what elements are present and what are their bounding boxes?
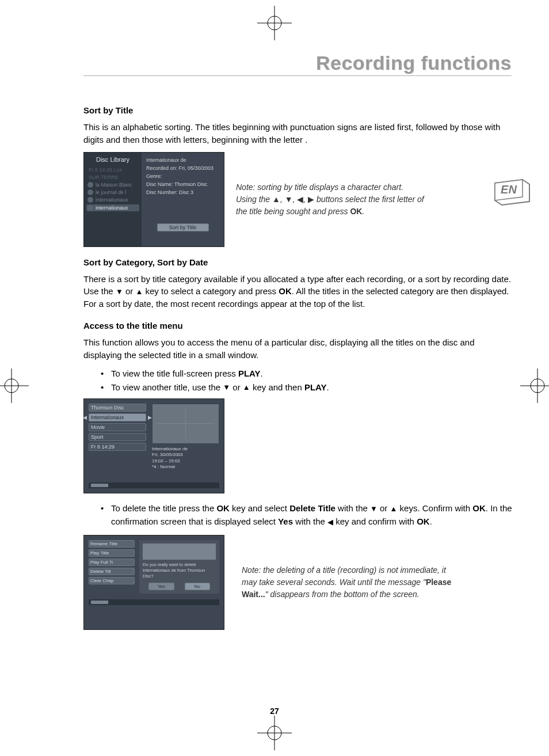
note1-ok: OK <box>350 207 362 216</box>
shot1-row-selected: internationaux <box>86 204 139 211</box>
shot2-item: Movie <box>89 423 146 431</box>
shot2-progress-bar <box>89 483 219 488</box>
arrow-left-icon: ◀ <box>327 516 333 528</box>
screenshot-disc-library: Disc Library Fr 6 14:29 Lux SUR TERRE la… <box>83 152 224 247</box>
s4-ok2: OK <box>472 503 486 513</box>
shot3-item: Delete Titl <box>89 568 135 575</box>
shot1-row: internationaux <box>86 197 139 203</box>
li1-a: To view the title full-screen press <box>111 368 238 378</box>
shot2-meta1: Internationaux de <box>152 446 219 452</box>
li1-b: PLAY <box>238 368 261 378</box>
shot2-meta4: *4 : Normal <box>152 464 219 470</box>
note2-a: Note: the deleting of a title (recording… <box>242 565 446 587</box>
sec2-b: or <box>123 286 136 296</box>
s4-ok3: OK <box>417 516 430 526</box>
screenshot-delete-confirm: Rename Title Play Title Play Full Ti Del… <box>83 535 224 630</box>
shot2-preview-image <box>152 404 219 444</box>
sec2-c: key to select a category and press <box>143 286 279 296</box>
shot1-info-title: Internationaux de <box>146 157 219 163</box>
shot2-meta2: Fri, 30/05/2003 <box>152 452 219 458</box>
shot1-row4-label: internationaux <box>96 205 128 211</box>
s4-i: . <box>430 516 432 526</box>
s4-g: with the <box>293 516 327 526</box>
note-sorting: Note: sorting by title displays a charac… <box>236 181 426 218</box>
li2-d: PLAY <box>304 382 327 392</box>
arrow-down-icon: ▼ <box>223 382 230 393</box>
arrow-right-icon: ▶ <box>308 195 314 204</box>
bullet-list-1: To view the title full-screen press PLAY… <box>83 367 512 394</box>
shot3-yes-button: Yes <box>148 583 174 590</box>
arrow-up-icon: ▲ <box>135 287 143 298</box>
s4-yes: Yes <box>278 516 293 526</box>
li2-b: or <box>230 382 243 392</box>
s4-c: with the <box>336 503 370 513</box>
shot3-item: Clear Chap <box>89 577 135 584</box>
body-access-menu: This function allows you to access the m… <box>83 336 512 362</box>
shot1-info-disc: Disc Name: Thomson Disc <box>146 181 219 187</box>
page-header: Recording functions <box>83 52 512 76</box>
li2-c: key and then <box>250 382 304 392</box>
section-title-sort-by-title: Sort by Title <box>83 105 512 115</box>
shot2-item-selected: Internationaux <box>89 413 146 421</box>
disc-icon <box>87 182 93 188</box>
shot1-dim1: Fr 6 14:29 Lux <box>86 167 139 173</box>
shot1-row: le journal de l <box>86 189 139 195</box>
body-sort-by-category: There is a sort by title category availa… <box>83 273 512 310</box>
shot1-info-rec: Recorded on: Fri, 05/30/2003 <box>146 165 219 171</box>
li1-c: . <box>261 368 263 378</box>
shot2-item: Sport <box>89 433 146 441</box>
shot2-meta: Internationaux de Fri, 30/05/2003 15:02 … <box>152 446 219 470</box>
s4-a: To delete the title press the <box>111 503 216 513</box>
s4-h: key and confirm with <box>333 516 417 526</box>
shot3-dialog: Do you really want to delete Internation… <box>139 540 219 593</box>
shot3-dialog-preview <box>143 544 216 560</box>
li2-e: . <box>327 382 329 392</box>
sec2-ok: OK <box>279 286 292 296</box>
shot3-no-button: No <box>185 583 211 590</box>
s4-d: or <box>378 503 390 513</box>
list-item: To delete the title press the OK key and… <box>101 502 512 529</box>
shot2-header: Thomson Disc <box>89 404 146 412</box>
shot3-dialog-text: Do you really want to delete Internation… <box>143 562 216 579</box>
shot1-title: Disc Library <box>86 156 139 163</box>
registration-mark-bottom <box>257 716 292 750</box>
shot1-info-genre: Genre: <box>146 173 219 179</box>
arrow-up-icon: ▲ <box>243 382 250 393</box>
shot1-row: la Maison Blanc <box>86 182 139 188</box>
shot3-item: Rename Title <box>89 540 135 548</box>
s4-ok1: OK <box>216 503 230 513</box>
shot3-item: Play Title <box>89 549 135 557</box>
shot3-item: Play Full Ti <box>89 559 135 566</box>
note-deleting: Note: the deleting of a title (recording… <box>242 564 455 601</box>
s4-dt: Delete Title <box>289 503 336 513</box>
registration-mark-right <box>520 368 549 403</box>
page-title: Recording functions <box>83 52 512 74</box>
li2-a: To view another title, use the <box>111 382 223 392</box>
shot2-meta3: 15:02 – 15:02 <box>152 458 219 464</box>
shot1-dim2: SUR TERRE <box>86 174 139 180</box>
s4-b: key and select <box>230 503 289 513</box>
arrow-up-icon: ▲ <box>272 195 280 204</box>
shot1-row2-label: le journal de l <box>96 189 127 195</box>
registration-mark-top <box>257 6 292 40</box>
arrow-down-icon: ▼ <box>116 287 123 298</box>
list-item: To view the title full-screen press PLAY… <box>101 367 512 380</box>
shot1-sort-button: Sort by Title <box>157 223 209 231</box>
section-title-access-menu: Access to the title menu <box>83 321 512 330</box>
page-number: 27 <box>0 706 549 716</box>
arrow-down-icon: ▼ <box>370 503 378 515</box>
list-item: To view another title, use the ▼ or ▲ ke… <box>101 381 512 394</box>
note1-end: . <box>362 207 364 216</box>
shot2-item: Fr 6 14:29 <box>89 443 146 451</box>
shot1-row1-label: la Maison Blanc <box>96 182 132 188</box>
screenshot-title-menu: Thomson Disc Internationaux Movie Sport … <box>83 398 224 493</box>
disc-icon <box>87 205 93 211</box>
bullet-list-2: To delete the title press the OK key and… <box>83 502 512 529</box>
note2-b: " disappears from the bottom of the scre… <box>265 590 420 599</box>
disc-icon <box>87 197 93 203</box>
arrow-left-icon: ◀ <box>297 195 303 204</box>
arrow-up-icon: ▲ <box>390 503 398 515</box>
section-title-sort-by-category: Sort by Category, Sort by Date <box>83 257 512 267</box>
arrow-down-icon: ▼ <box>285 195 293 204</box>
registration-mark-left <box>0 368 29 403</box>
